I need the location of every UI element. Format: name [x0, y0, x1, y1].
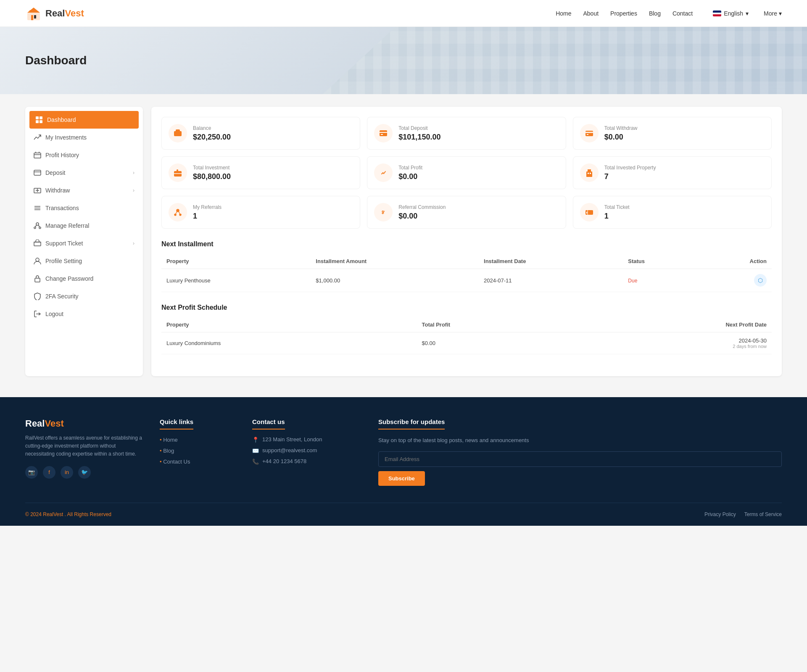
next-profit-schedule-title: Next Profit Schedule [161, 304, 772, 311]
sidebar-item-profit-history[interactable]: Profit History [25, 146, 143, 164]
stat-total-invested-property: Total Invested Property 7 [573, 156, 772, 189]
next-profit-schedule-section: Next Profit Schedule Property Total Prof… [161, 304, 772, 354]
footer-copyright: © 2024 RealVest . All Rights Reserved [25, 511, 111, 517]
instagram-icon[interactable]: 📷 [25, 466, 38, 479]
footer-brand-name[interactable]: RealVest [43, 511, 63, 517]
sidebar-support-ticket-label: Support Ticket [45, 240, 83, 247]
svg-rect-3 [34, 15, 36, 18]
sidebar-item-2fa-security[interactable]: 2FA Security [25, 287, 143, 305]
col-ps-property: Property [161, 317, 417, 332]
withdraw-chevron: › [133, 187, 134, 193]
sidebar-logout-label: Logout [45, 311, 63, 317]
sidebar-dashboard-label: Dashboard [47, 116, 76, 123]
subscribe-input[interactable] [378, 451, 782, 467]
quick-links-list: Home Blog Contact Us [160, 436, 235, 465]
ps-date-relative: 2 days from now [575, 344, 767, 349]
language-selector[interactable]: English ▾ [713, 10, 749, 17]
nav-contact[interactable]: Contact [672, 10, 693, 17]
deposit-chevron: › [133, 170, 134, 176]
ps-property: Luxury Condominiums [161, 332, 417, 354]
briefcase-icon [169, 163, 187, 182]
footer-subscribe: Subscribe for updates Stay on top of the… [378, 418, 782, 486]
sidebar-profile-setting-label: Profile Setting [45, 258, 82, 264]
deposit-icon [34, 169, 41, 177]
svg-rect-28 [35, 278, 40, 282]
nav-blog[interactable]: Blog [649, 10, 661, 17]
footer-quick-links: Quick links Home Blog Contact Us [160, 418, 235, 486]
my-referrals-label: My Referrals [193, 204, 222, 210]
svg-text:$: $ [29, 9, 32, 13]
logo-dark: Real [45, 8, 65, 18]
linkedin-icon[interactable]: in [61, 466, 73, 479]
logo[interactable]: $ RealVest [25, 5, 84, 22]
svg-rect-9 [34, 153, 41, 158]
building-icon [580, 163, 599, 182]
ps-total-profit: $0.00 [417, 332, 569, 354]
svg-point-22 [34, 227, 36, 229]
footer-brand-desc: RailVest offers a seamless avenue for es… [25, 434, 143, 459]
profit-stat-icon [374, 163, 393, 182]
ps-next-date: 2024-05-30 [575, 337, 767, 344]
copyright-suffix: . All Rights Reserved [65, 511, 111, 517]
footer-brand: RealVest RailVest offers a seamless aven… [25, 418, 143, 486]
copyright-year: © 2024 [25, 511, 42, 517]
sidebar-item-change-password[interactable]: Change Password [25, 270, 143, 287]
total-investment-label: Total Investment [193, 165, 231, 171]
deposit-stat-icon [374, 124, 393, 142]
withdraw-icon [34, 187, 41, 194]
footer-link-home[interactable]: Home [160, 437, 178, 443]
sidebar-item-deposit[interactable]: Deposit › [25, 164, 143, 182]
table-row: Luxury Condominiums $0.00 2024-05-30 2 d… [161, 332, 772, 354]
col-property: Property [161, 254, 311, 269]
privacy-policy-link[interactable]: Privacy Policy [704, 511, 736, 517]
sidebar-withdraw-label: Withdraw [45, 187, 70, 194]
subscribe-button[interactable]: Subscribe [378, 471, 425, 486]
total-withdraw-label: Total Withdraw [604, 125, 638, 131]
twitter-icon[interactable]: 🐦 [78, 466, 91, 479]
wallet-icon [169, 124, 187, 142]
svg-rect-43 [588, 169, 591, 171]
sidebar-deposit-label: Deposit [45, 169, 65, 176]
sidebar-item-logout[interactable]: Logout [25, 305, 143, 323]
building-pattern [323, 27, 807, 94]
stat-total-ticket: Total Ticket 1 [573, 196, 772, 229]
table-row: Luxury Penthouse $1,000.00 2024-07-11 Du… [161, 269, 772, 292]
referral-stat-icon [169, 203, 187, 221]
svg-rect-2 [31, 15, 33, 20]
more-button[interactable]: More ▾ [764, 10, 782, 17]
nav-properties[interactable]: Properties [610, 10, 637, 17]
terms-of-service-link[interactable]: Terms of Service [744, 511, 782, 517]
svg-rect-35 [585, 131, 593, 136]
total-invested-property-label: Total Invested Property [604, 165, 656, 171]
sidebar-item-my-investments[interactable]: My Investments [25, 129, 143, 146]
footer-link-contact[interactable]: Contact Us [160, 459, 190, 465]
nav-about[interactable]: About [583, 10, 599, 17]
footer-address: 📍 123 Main Street, London [252, 436, 361, 443]
svg-point-31 [179, 133, 181, 134]
nav-home[interactable]: Home [556, 10, 571, 17]
logo-icon: $ [25, 5, 42, 22]
sidebar-item-dashboard[interactable]: Dashboard [29, 111, 139, 129]
sidebar-item-transactions[interactable]: Transactions [25, 199, 143, 217]
next-installment-title: Next Installment [161, 240, 772, 248]
sidebar-item-profile-setting[interactable]: Profile Setting [25, 252, 143, 270]
footer-social: 📷 f in 🐦 [25, 466, 143, 479]
col-installment-date: Installment Date [479, 254, 623, 269]
sidebar-item-withdraw[interactable]: Withdraw › [25, 182, 143, 199]
sidebar-item-manage-referral[interactable]: Manage Referral [25, 217, 143, 235]
location-icon: 📍 [252, 437, 259, 443]
transactions-icon [34, 204, 41, 212]
sidebar-item-support-ticket[interactable]: Support Ticket › [25, 235, 143, 252]
svg-line-49 [176, 211, 177, 214]
sidebar-change-password-label: Change Password [45, 275, 93, 282]
commission-icon: $ [374, 203, 393, 221]
next-installment-section: Next Installment Property Installment Am… [161, 240, 772, 292]
stat-referral-commission: $ Referral Commission $0.00 [367, 196, 566, 229]
footer-link-blog[interactable]: Blog [160, 448, 174, 454]
svg-line-50 [179, 211, 180, 214]
language-label: English [724, 10, 743, 17]
col-total-profit: Total Profit [417, 317, 569, 332]
more-chevron: ▾ [779, 10, 782, 17]
facebook-icon[interactable]: f [43, 466, 55, 479]
action-button[interactable]: ⬡ [754, 274, 767, 287]
